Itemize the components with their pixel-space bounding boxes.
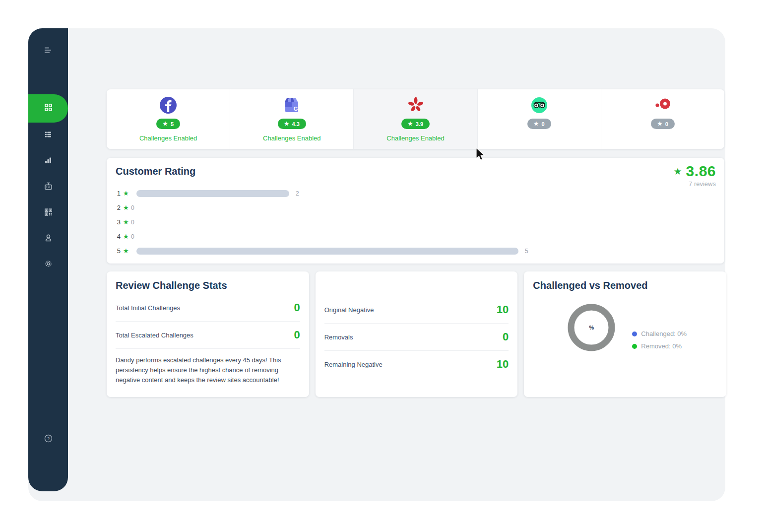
- challenged-vs-removed-title: Challenged vs Removed: [533, 280, 717, 291]
- star-icon: ★: [657, 121, 662, 127]
- average-rating-value: 3.86: [686, 163, 716, 180]
- rating-row-3-star: 3 ★ 0: [116, 215, 715, 229]
- star-icon: ★: [123, 233, 131, 240]
- customer-rating-card: Customer Rating ★ 3.86 7 reviews 1 ★ 2 2…: [107, 158, 724, 264]
- star-level-label: 2: [116, 204, 121, 211]
- review-challenge-stats-title: Review Challenge Stats: [116, 280, 300, 291]
- stat-label: Removals: [324, 333, 353, 341]
- app-window: ? ★ 5 Challenges Enabled: [28, 28, 725, 501]
- challenge-status-label: Challenges Enabled: [139, 134, 197, 142]
- negative-reviews-card: Original Negative 10 Removals 0 Remainin…: [316, 271, 518, 397]
- star-icon: ★: [284, 121, 289, 127]
- challenge-status-label: Challenges Enabled: [386, 134, 444, 142]
- platform-card-yelp[interactable]: ★ 3.9 Challenges Enabled: [354, 89, 477, 149]
- star-icon: ★: [534, 121, 539, 127]
- rating-value: 3.9: [416, 121, 423, 127]
- facebook-icon: [159, 96, 178, 115]
- help-icon: ?: [44, 434, 53, 445]
- sidebar-item-devices[interactable]: [28, 174, 68, 200]
- stat-label: Original Negative: [324, 306, 374, 314]
- rating-count: 2: [296, 190, 299, 197]
- rating-row-5-star: 5 ★ 5: [116, 244, 715, 258]
- list-icon: [44, 130, 53, 141]
- sidebar-item-settings[interactable]: [28, 252, 68, 277]
- star-icon: ★: [408, 121, 413, 127]
- platform-card-opentable[interactable]: ★ 0: [601, 89, 724, 149]
- legend-item-challenged: Challenged: 0%: [632, 330, 687, 337]
- negative-stats-rows: Original Negative 10 Removals 0 Remainin…: [324, 296, 509, 378]
- collapse-menu-button[interactable]: [28, 42, 68, 60]
- rating-value: 5: [171, 121, 174, 127]
- rating-count: 0: [131, 219, 134, 226]
- legend-label: Challenged: 0%: [641, 330, 687, 337]
- rating-badge: ★ 0: [527, 119, 551, 129]
- collapse-menu-icon: [43, 46, 53, 57]
- svg-text:?: ?: [47, 436, 49, 441]
- customer-rating-title: Customer Rating: [116, 166, 195, 177]
- dashboard-grid-icon: [44, 103, 53, 114]
- removed-dot-icon: [632, 344, 637, 349]
- rating-row-1-star: 1 ★ 2: [116, 186, 715, 200]
- platform-card-facebook[interactable]: ★ 5 Challenges Enabled: [107, 89, 230, 149]
- legend-item-removed: Removed: 0%: [632, 342, 687, 350]
- rating-bar: [136, 248, 518, 255]
- rating-row-4-star: 4 ★ 0: [116, 229, 715, 244]
- bottom-cards-row: Review Challenge Stats Total Initial Cha…: [107, 271, 726, 397]
- star-icon: ★: [674, 166, 682, 177]
- platform-card-google-business[interactable]: G ★ 4.3 Challenges Enabled: [230, 89, 354, 149]
- help-button[interactable]: ?: [28, 434, 68, 445]
- opentable-icon: [653, 96, 672, 115]
- star-icon: ★: [163, 121, 168, 127]
- sidebar-item-qr-codes[interactable]: [28, 200, 68, 226]
- sidebar-item-analytics[interactable]: [28, 148, 68, 174]
- challenge-note-text: Dandy performs escalated challenges ever…: [116, 355, 300, 385]
- settings-gear-icon: [44, 259, 53, 270]
- stat-value: 0: [503, 331, 509, 343]
- stat-row-original-negative: Original Negative 10: [324, 296, 509, 324]
- rating-badge: ★ 0: [651, 119, 675, 129]
- svg-text:G: G: [294, 106, 298, 112]
- legend-label: Removed: 0%: [641, 342, 682, 350]
- rating-badge: ★ 5: [156, 119, 180, 129]
- star-icon: ★: [123, 218, 131, 226]
- sidebar-item-profile[interactable]: [28, 226, 68, 252]
- stat-row-removals: Removals 0: [324, 324, 509, 351]
- bar-chart-icon: [44, 156, 53, 167]
- rating-count: 5: [525, 248, 528, 255]
- rating-row-2-star: 2 ★ 0: [116, 200, 715, 215]
- challenge-stats-rows: Total Initial Challenges 0 Total Escalat…: [116, 294, 300, 349]
- google-business-icon: G: [282, 96, 301, 115]
- stat-row-total-escalated-challenges: Total Escalated Challenges 0: [116, 322, 300, 349]
- stat-row-remaining-negative: Remaining Negative 10: [324, 351, 509, 378]
- yelp-icon: [406, 96, 425, 115]
- challenge-status-label: Challenges Enabled: [263, 134, 320, 142]
- stat-label: Total Initial Challenges: [116, 304, 180, 312]
- sidebar-item-reviews[interactable]: [28, 123, 68, 148]
- stat-value: 10: [497, 358, 509, 371]
- stat-label: Total Escalated Challenges: [116, 332, 193, 339]
- star-icon: ★: [123, 190, 131, 197]
- tripadvisor-icon: [530, 96, 549, 115]
- user-icon: [44, 233, 53, 245]
- sidebar: ?: [28, 28, 68, 491]
- challenged-vs-removed-card: Challenged vs Removed % Challenged: 0% R…: [524, 271, 726, 397]
- star-level-label: 5: [116, 247, 121, 255]
- donut-legend: Challenged: 0% Removed: 0%: [632, 330, 687, 355]
- rating-distribution: 1 ★ 2 2 ★ 0 3 ★ 0 4 ★ 0: [116, 186, 715, 258]
- rating-value: 4.3: [292, 121, 300, 127]
- star-icon: ★: [123, 204, 131, 211]
- platform-cards-row: ★ 5 Challenges Enabled G: [107, 89, 724, 149]
- rating-bar: [136, 190, 289, 197]
- platform-card-tripadvisor[interactable]: ★ 0: [478, 89, 601, 149]
- stat-value: 0: [294, 329, 300, 341]
- stat-value: 10: [497, 303, 509, 316]
- sidebar-nav: [28, 94, 68, 277]
- rating-count: 0: [131, 204, 134, 211]
- rating-badge: ★ 4.3: [278, 119, 306, 129]
- star-level-label: 3: [116, 218, 121, 226]
- donut-center-label: %: [567, 303, 616, 352]
- sidebar-item-dashboard[interactable]: [28, 94, 68, 123]
- keyboard-icon: [44, 182, 53, 193]
- stat-value: 0: [294, 301, 300, 314]
- rating-summary: ★ 3.86 7 reviews: [674, 163, 716, 188]
